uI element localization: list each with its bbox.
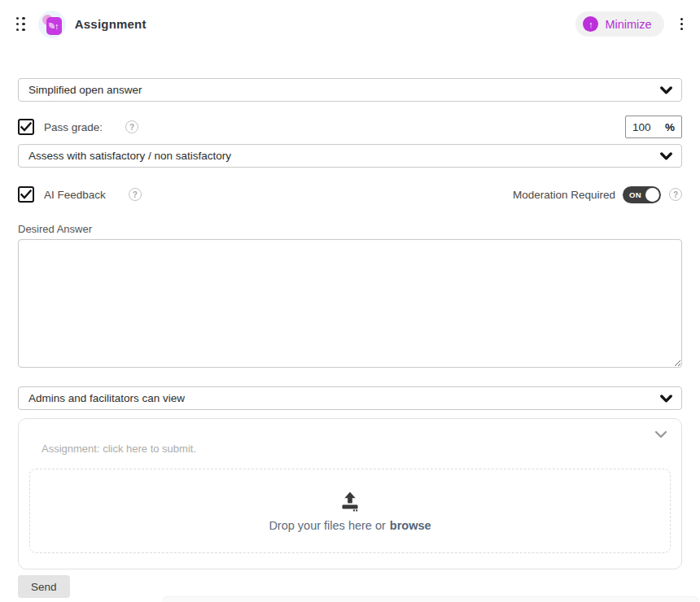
submission-placeholder[interactable]: Assignment: click here to submit. bbox=[29, 443, 196, 455]
chevron-down-icon bbox=[660, 152, 672, 160]
assignment-type-value: Simplified open answer bbox=[28, 84, 142, 96]
assignment-type-select[interactable]: Simplified open answer bbox=[18, 78, 682, 102]
visibility-value: Admins and facilitators can view bbox=[28, 392, 185, 404]
pass-grade-input[interactable] bbox=[632, 121, 662, 133]
minimize-label: Minimize bbox=[605, 18, 651, 31]
help-icon[interactable]: ? bbox=[669, 188, 682, 201]
desired-answer-label: Desired Answer bbox=[18, 223, 682, 235]
moderation-group: Moderation Required ON ? bbox=[513, 186, 682, 203]
toggle-state-label: ON bbox=[629, 190, 641, 199]
help-icon[interactable]: ? bbox=[125, 120, 138, 133]
ai-feedback-checkbox[interactable] bbox=[18, 186, 34, 203]
page-title: Assignment bbox=[75, 17, 147, 31]
ai-feedback-row: AI Feedback ? Moderation Required ON ? bbox=[18, 184, 682, 205]
document-upload-icon: ↑ bbox=[46, 17, 62, 35]
chevron-down-icon bbox=[660, 86, 672, 94]
drop-prefix: Drop your files here or bbox=[269, 519, 385, 532]
file-dropzone[interactable]: Drop your files here or browse bbox=[29, 469, 671, 553]
upload-icon bbox=[339, 491, 361, 512]
moderation-toggle[interactable]: ON bbox=[623, 186, 661, 203]
browse-link[interactable]: browse bbox=[390, 519, 431, 532]
help-icon[interactable]: ? bbox=[129, 188, 142, 201]
dropzone-text: Drop your files here or browse bbox=[269, 519, 431, 532]
pass-grade-row: Pass grade: ? % bbox=[18, 116, 682, 138]
header: ↑ Assignment ↑ Minimize bbox=[0, 0, 700, 45]
pass-grade-input-box: % bbox=[625, 116, 682, 138]
minimize-button[interactable]: ↑ Minimize bbox=[575, 11, 663, 37]
submission-panel: Assignment: click here to submit. Drop y… bbox=[18, 418, 682, 569]
drag-handle-icon[interactable] bbox=[16, 17, 25, 31]
pass-grade-checkbox[interactable] bbox=[18, 119, 34, 135]
chevron-down-icon bbox=[660, 395, 672, 403]
visibility-select[interactable]: Admins and facilitators can view bbox=[18, 386, 682, 410]
minimize-arrow-icon: ↑ bbox=[583, 16, 598, 32]
percent-unit: % bbox=[665, 121, 675, 133]
ai-feedback-label: AI Feedback bbox=[44, 189, 106, 201]
toggle-knob bbox=[645, 188, 659, 202]
pass-grade-label: Pass grade: bbox=[44, 121, 103, 133]
collapse-chevron-icon[interactable] bbox=[651, 429, 671, 440]
next-card-top-edge bbox=[163, 597, 698, 602]
assessment-mode-value: Assess with satisfactory / non satisfact… bbox=[28, 150, 231, 162]
send-button[interactable]: Send bbox=[18, 575, 70, 598]
moderation-label: Moderation Required bbox=[513, 189, 615, 201]
assignment-upload-icon: ↑ bbox=[38, 11, 66, 38]
folded-corner bbox=[49, 23, 55, 28]
assessment-mode-select[interactable]: Assess with satisfactory / non satisfact… bbox=[18, 144, 682, 168]
desired-answer-textarea[interactable] bbox=[18, 239, 682, 368]
more-options-icon[interactable] bbox=[678, 15, 685, 33]
